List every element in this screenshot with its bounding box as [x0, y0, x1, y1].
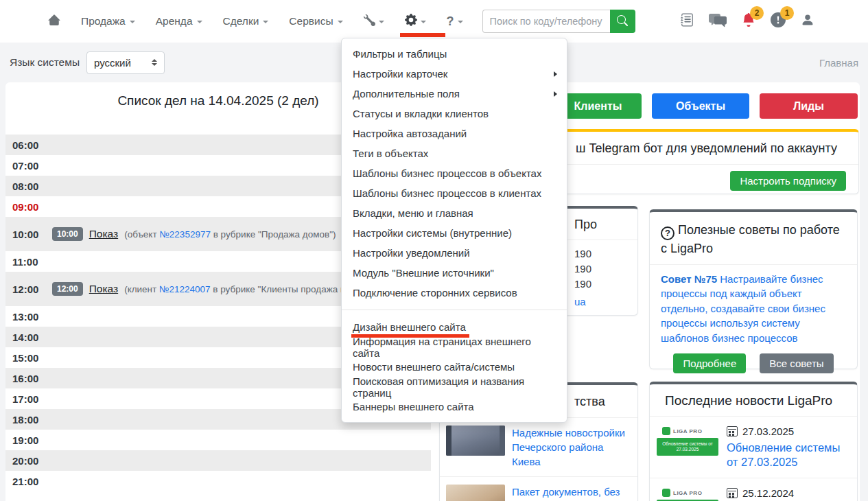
task-link[interactable]: Показ	[89, 283, 118, 295]
schedule-time: 17:00	[12, 393, 52, 405]
chevron-down-icon	[421, 21, 426, 23]
notifications-button[interactable]: 2	[742, 12, 755, 30]
leads-button[interactable]: Лиды	[760, 93, 858, 119]
settings-menu-item[interactable]: Настройка автозаданий	[342, 124, 567, 143]
tip-text: Совет №75 Настраивайте бизнес процессы п…	[650, 265, 857, 346]
schedule-time: 10:00	[12, 229, 52, 240]
news-thumbnail[interactable]: LIGA PRO Обновление системы от	[657, 487, 718, 501]
settings-menu-item[interactable]: Шаблоны бизнес процессов в объектах	[342, 163, 567, 183]
news-link[interactable]: Обновление системы от 27.03.2025	[727, 441, 850, 469]
nav-menu-item[interactable]: Сделки	[223, 15, 269, 27]
tools-menu-button[interactable]	[364, 14, 384, 29]
settings-menu-item[interactable]: Настройки уведомлений	[342, 243, 567, 263]
settings-menu-item[interactable]: Вкладки, меню и главная	[342, 203, 567, 223]
schedule-time: 06:00	[12, 139, 52, 151]
settings-menu-item[interactable]: Поисковая оптимизация и названия страниц	[342, 377, 567, 397]
schedule-time: 19:00	[12, 434, 52, 446]
tip-more-button[interactable]: Подробнее	[673, 353, 746, 373]
subscribe-button[interactable]: Настроить подписку	[730, 171, 846, 191]
search-button[interactable]	[610, 10, 635, 33]
news-date: 27.03.2025	[727, 426, 850, 437]
ligapro-logo: LIGA PRO	[657, 426, 718, 438]
article-thumbnail[interactable]	[446, 426, 505, 456]
nav-menu-item[interactable]: Аренда	[156, 15, 202, 27]
news-date: 25.12.2024	[727, 487, 850, 499]
time-badge: 12:00	[52, 282, 83, 296]
language-select[interactable]: русский	[86, 51, 165, 74]
schedule-time: 18:00	[12, 414, 52, 426]
search-input[interactable]	[482, 10, 610, 33]
article-link[interactable]: Пакет документов, без которых нельзя про…	[512, 485, 632, 501]
menu-divider	[342, 310, 567, 310]
calendar-icon	[727, 488, 738, 498]
schedule-time: 16:00	[12, 373, 52, 384]
help-menu-button[interactable]: ?	[447, 14, 463, 29]
settings-menu-item[interactable]: Модуль "Внешние источники"	[342, 263, 567, 283]
top-navbar: Продажа Аренда Сделки Сервисы	[0, 0, 868, 43]
search-icon	[617, 15, 628, 28]
nav-menu-label: Сделки	[223, 15, 259, 27]
chevron-down-icon	[379, 21, 384, 23]
news-item: LIGA PRO Обновление системы от 27.03.202…	[650, 417, 857, 478]
ligapro-logo-icon	[662, 489, 670, 497]
chevron-down-icon	[130, 21, 135, 23]
settings-menu-button[interactable]	[405, 14, 426, 29]
record-number-link[interactable]: №22352977	[159, 229, 211, 240]
settings-menu-item[interactable]: Статусы и вкладки клиентов	[342, 104, 567, 124]
wrench-icon	[364, 14, 375, 29]
messages-button[interactable]	[709, 12, 727, 30]
calendar-icon	[727, 426, 738, 436]
settings-menu-item[interactable]: Теги в объектах	[342, 143, 567, 163]
nav-menu-item[interactable]: Продажа	[81, 15, 135, 27]
settings-menu-bottom-group: Дизайн внешнего сайта Информация на стра…	[342, 317, 567, 417]
alerts-button[interactable]: 1	[771, 12, 786, 30]
task-link[interactable]: Показ	[89, 228, 118, 240]
article-item: Пакет документов, без которых нельзя про…	[440, 476, 637, 501]
chevron-down-icon	[263, 21, 268, 23]
main-menu: Продажа Аренда Сделки Сервисы	[48, 14, 463, 29]
news-panel-title: Последние новости LigaPro	[650, 384, 857, 417]
settings-menu-item[interactable]: Баннеры внешнего сайта	[342, 397, 567, 417]
settings-menu-item[interactable]: Настройки карточек	[342, 64, 567, 84]
journal-icon	[681, 13, 694, 30]
user-icon	[801, 13, 814, 30]
schedule-time: 12:00	[12, 283, 52, 295]
settings-menu-item[interactable]: Новости внешнего сайта/системы	[342, 357, 567, 377]
settings-menu-item[interactable]: Настройки системы (внутренние)	[342, 223, 567, 243]
breadcrumb[interactable]: Главная	[819, 57, 858, 69]
record-number-link[interactable]: №21224007	[159, 284, 211, 294]
settings-menu-item[interactable]: Шаблоны бизнес процессов в клиентах	[342, 183, 567, 203]
ligapro-logo: LIGA PRO	[657, 487, 718, 500]
article-thumbnail[interactable]	[446, 485, 505, 501]
objects-button[interactable]: Объекты	[652, 93, 749, 119]
phone-line: 190	[574, 246, 637, 261]
nav-menu-label: Аренда	[156, 15, 193, 27]
settings-menu-item[interactable]: Подключение сторонних сервисов	[342, 283, 567, 303]
nav-menu-item[interactable]: Сервисы	[289, 15, 342, 27]
chevron-down-icon	[338, 21, 343, 23]
schedule-entry: 10:00 Показ (объект №22352977 в рубрике …	[52, 227, 336, 241]
active-menu-underline	[400, 33, 445, 37]
notifications-badge: 2	[750, 6, 764, 20]
news-panel: Последние новости LigaPro LIGA PRO Обнов…	[649, 382, 858, 501]
home-button[interactable]	[48, 14, 60, 29]
search-area	[482, 10, 635, 33]
articles-list: Надежные новостройки Печерского района К…	[440, 418, 637, 501]
news-thumbnail[interactable]: LIGA PRO Обновление системы от 27.03.202…	[657, 426, 718, 469]
settings-menu-item[interactable]: Информация на страницах внешнего сайта	[342, 337, 567, 357]
all-tips-button[interactable]: Все советы	[760, 353, 833, 373]
article-link[interactable]: Надежные новостройки Печерского района К…	[512, 426, 632, 469]
settings-menu-item[interactable]: Фильтры и таблицы	[342, 44, 567, 64]
clients-button[interactable]: Клиенты	[554, 93, 642, 119]
alerts-badge: 1	[780, 6, 794, 20]
chevron-down-icon	[458, 21, 463, 23]
website-link[interactable]: ua	[574, 294, 586, 310]
settings-menu-item[interactable]: Дизайн внешнего сайта	[342, 317, 567, 337]
journal-button[interactable]	[681, 13, 694, 30]
schedule-time: 13:00	[12, 311, 52, 323]
profile-button[interactable]	[801, 13, 814, 30]
language-label: Язык системы	[10, 56, 80, 69]
schedule-time: 15:00	[12, 352, 52, 364]
settings-menu-item[interactable]: Дополнительные поля	[342, 84, 567, 104]
chevron-down-icon	[197, 21, 202, 23]
